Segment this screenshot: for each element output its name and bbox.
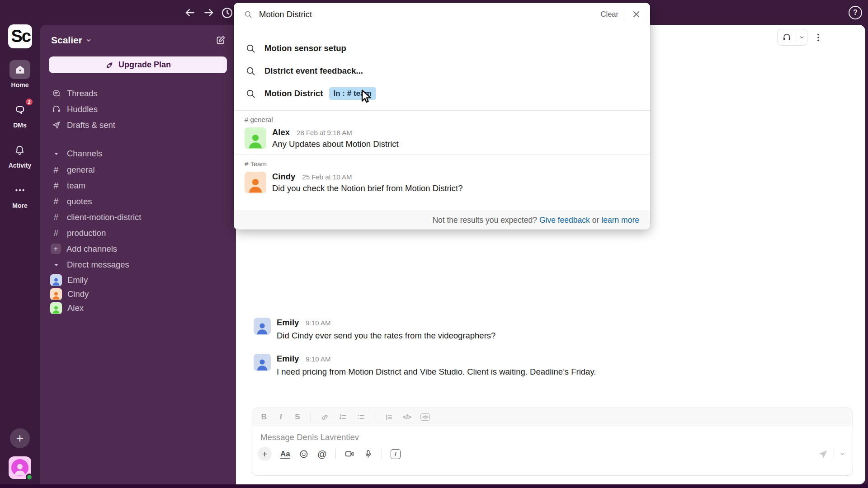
rail-label-activity: Activity — [9, 162, 32, 169]
video-button[interactable] — [344, 449, 355, 459]
rail-item-home[interactable]: Home — [9, 60, 30, 89]
dm-item-cindy[interactable]: Cindy — [40, 287, 236, 301]
headphones-icon — [51, 104, 61, 114]
sidebar-item-huddles[interactable]: Huddles — [40, 101, 236, 117]
mention-button[interactable]: @ — [317, 449, 327, 460]
home-icon — [9, 60, 30, 79]
message-sender[interactable]: Emily — [277, 318, 299, 328]
message-text: Did Cindy ever send you the rates from t… — [277, 330, 495, 342]
avatar[interactable] — [254, 318, 271, 335]
rail-label-home: Home — [11, 81, 29, 89]
search-overlay: Clear Motion sensor setup District event… — [234, 3, 650, 230]
search-scope-chip[interactable]: In : # team — [329, 87, 376, 100]
link-button[interactable] — [321, 413, 329, 422]
channel-item-production[interactable]: # production — [40, 225, 236, 241]
avatar — [50, 302, 62, 314]
plus-icon: + — [16, 432, 24, 446]
rail-item-activity[interactable]: Activity — [9, 141, 32, 169]
suggestion-motion-district-in-team[interactable]: Motion District In : # team — [234, 82, 650, 105]
clear-search-button[interactable]: Clear — [601, 10, 618, 19]
channel-item-general[interactable]: # general — [40, 162, 236, 178]
bullet-list-button[interactable] — [357, 413, 365, 422]
chevron-down-icon — [51, 262, 61, 268]
chevron-down-icon[interactable] — [796, 34, 807, 40]
show-formatting-button[interactable]: Aa — [280, 450, 290, 459]
search-icon — [245, 89, 256, 99]
avatar — [50, 274, 62, 286]
search-icon — [244, 10, 253, 19]
create-new-button[interactable]: + — [10, 428, 30, 448]
message-content: Emily 9:10 AM I need pricing from Motion… — [277, 354, 596, 378]
emoji-button[interactable] — [299, 449, 309, 459]
bell-icon — [9, 141, 30, 160]
code-button[interactable]: </> — [403, 413, 411, 421]
message-timestamp: 9:10 AM — [306, 355, 330, 363]
rail-label-more: More — [12, 202, 27, 209]
arrow-right-icon — [203, 7, 215, 19]
avatar — [245, 127, 266, 149]
sidebar-item-drafts[interactable]: Drafts & sent — [40, 117, 236, 133]
message-input[interactable] — [260, 432, 844, 442]
message-sender[interactable]: Emily — [277, 354, 299, 364]
search-result-row[interactable]: Alex 28 Feb at 9:18 AM Any Updates about… — [245, 127, 639, 149]
audio-button[interactable] — [363, 449, 373, 459]
workspace-logo[interactable]: Sc — [8, 24, 32, 48]
search-icon — [245, 66, 256, 76]
channels-section-header[interactable]: Channels — [40, 145, 236, 162]
workspace-logo-text: Sc — [11, 27, 30, 46]
history-back-button[interactable] — [183, 5, 197, 20]
add-channels-button[interactable]: + Add channels — [40, 241, 236, 257]
dms-unread-badge: 2 — [25, 98, 33, 106]
dm-item-emily[interactable]: Emily — [40, 273, 236, 287]
sidebar-item-threads[interactable]: Threads — [40, 85, 236, 101]
shortcuts-button[interactable]: / — [391, 449, 401, 459]
upgrade-plan-button[interactable]: Upgrade Plan — [49, 56, 227, 73]
history-menu-button[interactable] — [220, 5, 234, 20]
italic-button[interactable]: I — [277, 413, 284, 422]
close-icon — [632, 9, 641, 19]
formatting-toolbar: B I S </> </> — [252, 408, 853, 426]
rail-item-dms[interactable]: 2 DMs — [9, 100, 30, 129]
workspace-header: Scalier — [40, 25, 236, 48]
avatar — [50, 288, 62, 300]
close-search-button[interactable] — [632, 9, 641, 19]
channels-header-label: Channels — [67, 149, 102, 159]
rail-item-more[interactable]: More — [9, 181, 30, 209]
upgrade-plan-label: Upgrade Plan — [118, 60, 171, 70]
huddle-button[interactable] — [777, 29, 807, 46]
dm-section-header[interactable]: Direct messages — [40, 257, 236, 273]
send-button[interactable] — [818, 449, 828, 459]
channel-item-client-motion-district[interactable]: # client-motion-district — [40, 209, 236, 225]
bold-button[interactable]: B — [260, 413, 268, 422]
composer-actions: + Aa @ / — [252, 442, 853, 466]
result-message: Any Updates about Motion District — [272, 139, 399, 149]
avatar[interactable] — [254, 354, 271, 371]
ordered-list-button[interactable] — [339, 413, 347, 422]
message-list: Emily 9:10 AM Did Cindy ever send you th… — [254, 318, 787, 390]
suggestion-motion-sensor-setup[interactable]: Motion sensor setup — [234, 37, 650, 60]
message-composer: B I S </> </> + Aa @ — [252, 408, 853, 476]
ellipsis-icon — [9, 181, 30, 200]
message-row: Emily 9:10 AM I need pricing from Motion… — [254, 354, 787, 378]
give-feedback-link[interactable]: Give feedback — [539, 216, 590, 225]
new-message-button[interactable] — [212, 32, 229, 48]
code-block-button[interactable]: </> — [420, 413, 430, 421]
history-forward-button[interactable] — [202, 5, 216, 20]
attach-button[interactable]: + — [258, 447, 272, 461]
dm-item-alex[interactable]: Alex — [40, 301, 236, 315]
workspace-name[interactable]: Scalier — [51, 35, 82, 46]
hash-icon: # — [51, 165, 61, 175]
search-input[interactable] — [259, 9, 601, 19]
strikethrough-button[interactable]: S — [294, 413, 301, 422]
more-options-button[interactable] — [811, 30, 826, 45]
blockquote-button[interactable] — [385, 413, 393, 422]
send-options-chevron[interactable] — [840, 451, 845, 457]
user-avatar[interactable] — [9, 456, 31, 479]
search-result-row[interactable]: Cindy 25 Feb at 10 AM Did you check the … — [245, 172, 639, 193]
channel-item-quotes[interactable]: # quotes — [40, 193, 236, 209]
kebab-icon — [813, 33, 823, 42]
suggestion-district-event-feedback[interactable]: District event feedback... — [234, 60, 650, 82]
learn-more-link[interactable]: learn more — [601, 216, 639, 225]
channel-item-team[interactable]: # team — [40, 178, 236, 193]
help-button[interactable]: ? — [849, 6, 862, 19]
